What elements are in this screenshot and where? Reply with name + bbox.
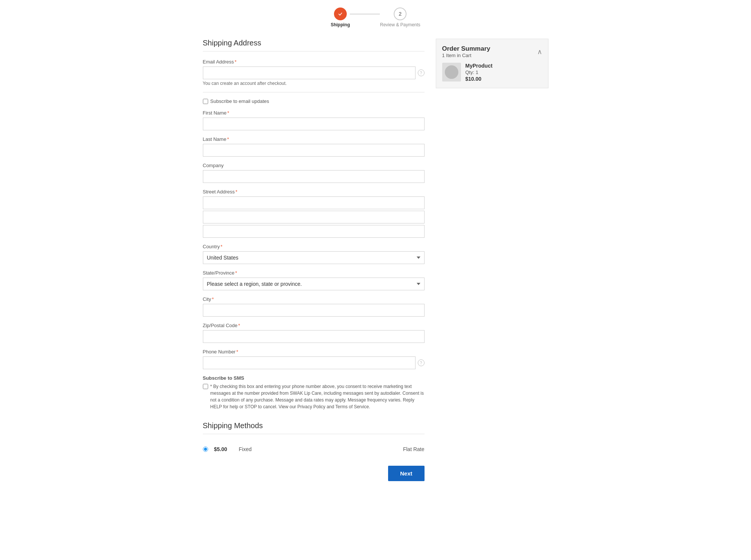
order-summary-subtitle: 1 Item in Cart — [442, 53, 491, 58]
sms-title: Subscribe to SMS — [203, 375, 425, 381]
step2-circle: 2 — [394, 8, 406, 20]
first-name-group: First Name* — [203, 110, 425, 130]
company-input[interactable] — [203, 170, 425, 183]
first-name-input[interactable] — [203, 118, 425, 130]
country-group: Country* United States Canada United Kin… — [203, 244, 425, 264]
email-group: Email Address* ? You can create an accou… — [203, 59, 425, 86]
order-item-image — [442, 63, 461, 82]
shipping-radio-flat[interactable] — [203, 447, 208, 452]
shipping-name: Flat Rate — [403, 446, 425, 452]
phone-input-row: ? — [203, 356, 425, 369]
next-btn-container: Next — [203, 466, 425, 481]
order-summary-toggle[interactable]: ∧ — [537, 48, 542, 56]
phone-help-icon[interactable]: ? — [418, 359, 425, 366]
next-button[interactable]: Next — [388, 466, 425, 481]
last-name-label: Last Name* — [203, 136, 425, 142]
phone-input[interactable] — [203, 356, 416, 369]
shipping-price: $5.00 — [214, 446, 233, 452]
shipping-methods-title: Shipping Methods — [203, 421, 425, 430]
street-address-input-1[interactable] — [203, 196, 425, 209]
country-label: Country* — [203, 244, 425, 249]
product-thumbnail — [445, 65, 458, 79]
company-group: Company — [203, 163, 425, 183]
street-address-input-2[interactable] — [203, 211, 425, 223]
phone-group: Phone Number* ? — [203, 349, 425, 369]
street-address-label: Street Address* — [203, 189, 425, 195]
first-name-label: First Name* — [203, 110, 425, 116]
shipping-method-row: $5.00 Fixed Flat Rate — [203, 442, 425, 457]
state-group: State/Province* Please select a region, … — [203, 270, 425, 290]
email-hint: You can create an account after checkout… — [203, 81, 425, 86]
subscribe-email-checkbox[interactable] — [203, 99, 208, 104]
last-name-input[interactable] — [203, 144, 425, 157]
email-help-icon[interactable]: ? — [418, 69, 425, 76]
last-name-group: Last Name* — [203, 136, 425, 157]
country-select[interactable]: United States Canada United Kingdom — [203, 251, 425, 264]
sms-section: Subscribe to SMS * By checking this box … — [203, 375, 425, 410]
street-address-group: Street Address* — [203, 189, 425, 238]
sms-consent-text[interactable]: * By checking this box and entering your… — [210, 383, 425, 410]
phone-label: Phone Number* — [203, 349, 425, 355]
state-label: State/Province* — [203, 270, 425, 276]
shipping-address-title: Shipping Address — [203, 39, 425, 47]
zip-label: Zip/Postal Code* — [203, 323, 425, 328]
form-section: Shipping Address Email Address* ? You ca… — [203, 39, 425, 481]
svg-point-0 — [337, 11, 344, 17]
order-item: MyProduct Qty: 1 $10.00 — [442, 63, 542, 82]
zip-group: Zip/Postal Code* — [203, 323, 425, 343]
subscribe-email-group: Subscribe to email updates — [203, 98, 425, 104]
progress-bar: Shipping 2 Review & Payments — [203, 8, 549, 27]
city-input[interactable] — [203, 304, 425, 317]
step1-label: Shipping — [331, 22, 350, 27]
state-select[interactable]: Please select a region, state or provinc… — [203, 278, 425, 290]
order-summary-box: Order Summary 1 Item in Cart ∧ MyProduct… — [436, 39, 549, 88]
order-item-price: $10.00 — [465, 76, 542, 82]
step1-circle — [334, 8, 347, 20]
email-input-row: ? — [203, 66, 425, 79]
shipping-divider — [203, 434, 425, 434]
step-shipping: Shipping — [331, 8, 350, 27]
zip-input[interactable] — [203, 330, 425, 343]
order-summary-header: Order Summary 1 Item in Cart ∧ — [442, 45, 542, 58]
order-item-qty: Qty: 1 — [465, 69, 542, 75]
city-group: City* — [203, 296, 425, 317]
sms-checkbox[interactable] — [203, 384, 208, 389]
order-item-name: MyProduct — [465, 63, 542, 69]
step-connector — [350, 14, 380, 15]
email-label: Email Address* — [203, 59, 425, 65]
email-input[interactable] — [203, 66, 416, 79]
city-label: City* — [203, 296, 425, 302]
street-address-input-3[interactable] — [203, 225, 425, 238]
subscribe-email-label[interactable]: Subscribe to email updates — [210, 98, 269, 104]
order-summary-title: Order Summary — [442, 45, 491, 53]
shipping-type: Fixed — [239, 446, 397, 452]
step-review: 2 Review & Payments — [380, 8, 420, 27]
step2-label: Review & Payments — [380, 22, 420, 27]
company-label: Company — [203, 163, 425, 168]
sub-divider-1 — [203, 92, 425, 92]
order-item-details: MyProduct Qty: 1 $10.00 — [465, 63, 542, 82]
section-divider — [203, 51, 425, 51]
sms-checkbox-group: * By checking this box and entering your… — [203, 383, 425, 410]
order-summary-sidebar: Order Summary 1 Item in Cart ∧ MyProduct… — [436, 39, 549, 88]
